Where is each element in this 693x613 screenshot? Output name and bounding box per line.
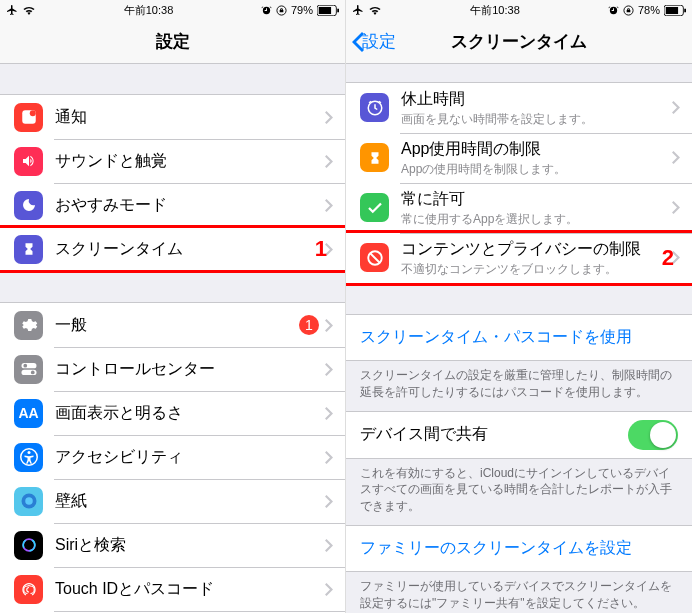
siri-icon xyxy=(14,531,43,560)
chevron-right-icon xyxy=(325,199,333,212)
row-label: 画面表示と明るさ xyxy=(55,403,319,424)
screentime-row-hourglass[interactable]: App使用時間の制限Appの使用時間を制限します。 xyxy=(346,133,692,183)
alarm-icon xyxy=(261,5,272,16)
wifi-icon xyxy=(368,5,382,15)
row-label: 一般 xyxy=(55,315,293,336)
svg-rect-20 xyxy=(684,8,686,12)
row-label: App使用時間の制限 xyxy=(401,139,666,160)
alarm-icon xyxy=(608,5,619,16)
moon-icon xyxy=(14,191,43,220)
row-label: アクセシビリティ xyxy=(55,447,319,468)
settings-row-gear[interactable]: 一般1 xyxy=(0,303,345,347)
chevron-right-icon xyxy=(325,111,333,124)
svg-point-8 xyxy=(23,364,27,368)
family-screentime-link[interactable]: ファミリーのスクリーンタイムを設定 xyxy=(346,526,692,571)
svg-rect-3 xyxy=(337,8,339,12)
screentime-screen: 午前10:38 78% 設定 スクリーンタイム 休止時間画面を見ない時間帯を設定… xyxy=(346,0,692,613)
settings-list[interactable]: 通知サウンドと触覚おやすみモードスクリーンタイム1 一般1コントロールセンターA… xyxy=(0,64,345,613)
battery-icon xyxy=(317,5,339,16)
nav-bar: 設定 xyxy=(0,20,345,64)
downtime-icon xyxy=(360,93,389,122)
screentime-row-downtime[interactable]: 休止時間画面を見ない時間帯を設定します。 xyxy=(346,83,692,133)
chevron-right-icon xyxy=(325,407,333,420)
settings-screen: 午前10:38 79% 設定 通知サウンドと触覚おやすみモードスクリーンタイム1… xyxy=(0,0,346,613)
row-label: Siriと検索 xyxy=(55,535,319,556)
share-label: デバイス間で共有 xyxy=(360,424,628,445)
wifi-icon xyxy=(22,5,36,15)
row-label: 休止時間 xyxy=(401,89,666,110)
share-across-devices-row[interactable]: デバイス間で共有 xyxy=(346,412,692,458)
settings-row-toggles[interactable]: コントロールセンター xyxy=(0,347,345,391)
screentime-list[interactable]: 休止時間画面を見ない時間帯を設定します。App使用時間の制限Appの使用時間を制… xyxy=(346,64,692,613)
settings-row-moon[interactable]: おやすみモード xyxy=(0,183,345,227)
row-label: スクリーンタイム xyxy=(55,239,319,260)
settings-row-sound[interactable]: サウンドと触覚 xyxy=(0,139,345,183)
battery-percent: 79% xyxy=(291,4,313,16)
rotation-lock-icon xyxy=(276,5,287,16)
use-passcode-link[interactable]: スクリーンタイム・パスコードを使用 xyxy=(346,315,692,360)
chevron-right-icon xyxy=(325,363,333,376)
chevron-right-icon xyxy=(672,151,680,164)
hourglass-icon xyxy=(14,235,43,264)
chevron-right-icon xyxy=(325,155,333,168)
highlight-number: 1 xyxy=(315,236,327,262)
airplane-icon xyxy=(6,4,18,16)
toggles-icon xyxy=(14,355,43,384)
settings-row-fingerprint[interactable]: Touch IDとパスコード xyxy=(0,567,345,611)
back-label: 設定 xyxy=(362,30,396,53)
check-icon xyxy=(360,193,389,222)
row-label: 壁紙 xyxy=(55,491,319,512)
settings-row-notif[interactable]: 通知 xyxy=(0,95,345,139)
chevron-right-icon xyxy=(325,451,333,464)
row-label: Touch IDとパスコード xyxy=(55,579,319,600)
row-label: 常に許可 xyxy=(401,189,666,210)
chevron-right-icon xyxy=(672,101,680,114)
fingerprint-icon xyxy=(14,575,43,604)
settings-row-siri[interactable]: Siriと検索 xyxy=(0,523,345,567)
row-label: 通知 xyxy=(55,107,319,128)
battery-icon xyxy=(664,5,686,16)
screentime-row-check[interactable]: 常に許可常に使用するAppを選択します。 xyxy=(346,183,692,233)
row-sublabel: 画面を見ない時間帯を設定します。 xyxy=(401,111,666,127)
row-label: サウンドと触覚 xyxy=(55,151,319,172)
share-toggle[interactable] xyxy=(628,420,678,450)
screentime-row-nosign[interactable]: コンテンツとプライバシーの制限不適切なコンテンツをブロックします。2 xyxy=(346,233,692,283)
wallpaper-icon xyxy=(14,487,43,516)
access-icon xyxy=(14,443,43,472)
svg-point-5 xyxy=(29,110,35,116)
chevron-right-icon xyxy=(325,539,333,552)
svg-point-14 xyxy=(19,535,39,555)
aa-icon: AA xyxy=(14,399,43,428)
row-sublabel: 不適切なコンテンツをブロックします。 xyxy=(401,261,666,277)
status-time: 午前10:38 xyxy=(470,3,520,18)
back-button[interactable]: 設定 xyxy=(352,30,396,53)
settings-row-aa[interactable]: AA画面表示と明るさ xyxy=(0,391,345,435)
page-title: スクリーンタイム xyxy=(451,30,587,53)
settings-row-wallpaper[interactable]: 壁紙 xyxy=(0,479,345,523)
row-label: おやすみモード xyxy=(55,195,319,216)
family-description: ファミリーが使用しているデバイスでスクリーンタイムを設定するには"ファミリー共有… xyxy=(346,572,692,613)
page-title: 設定 xyxy=(156,30,190,53)
row-sublabel: Appの使用時間を制限します。 xyxy=(401,161,666,177)
svg-point-9 xyxy=(30,371,34,375)
airplane-icon xyxy=(352,4,364,16)
svg-rect-19 xyxy=(666,6,678,13)
battery-percent: 78% xyxy=(638,4,660,16)
gear-icon xyxy=(14,311,43,340)
notification-badge: 1 xyxy=(299,315,319,335)
status-bar: 午前10:38 78% xyxy=(346,0,692,20)
status-time: 午前10:38 xyxy=(124,3,174,18)
sound-icon xyxy=(14,147,43,176)
notif-icon xyxy=(14,103,43,132)
settings-row-access[interactable]: アクセシビリティ xyxy=(0,435,345,479)
settings-row-hourglass[interactable]: スクリーンタイム1 xyxy=(0,227,345,271)
row-label: コントロールセンター xyxy=(55,359,319,380)
nav-bar: 設定 スクリーンタイム xyxy=(346,20,692,64)
chevron-right-icon xyxy=(325,495,333,508)
chevron-right-icon xyxy=(325,319,333,332)
chevron-right-icon xyxy=(672,201,680,214)
share-description: これを有効にすると、iCloudにサインインしているデバイスすべての画面を見てい… xyxy=(346,459,692,525)
rotation-lock-icon xyxy=(623,5,634,16)
svg-rect-2 xyxy=(319,6,331,13)
highlight-number: 2 xyxy=(662,245,674,271)
